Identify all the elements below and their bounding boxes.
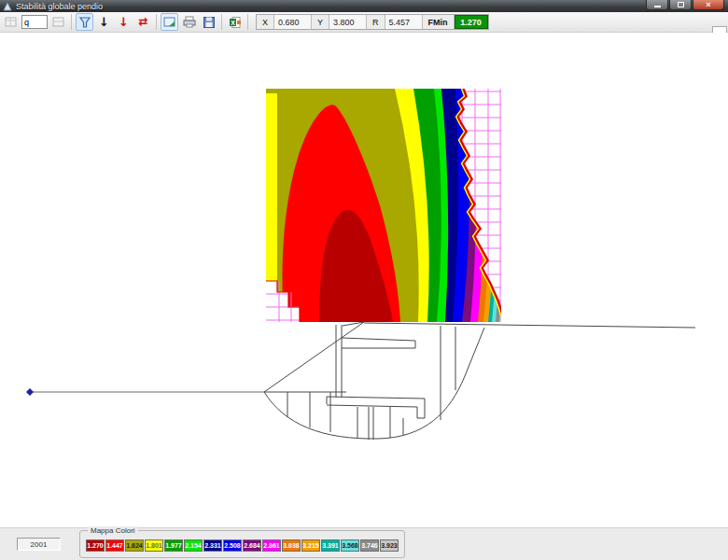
color-map-groupbox: Mappa Colori 1.2701.4471.6241.8011.9772.… [79,530,405,558]
window-controls: × [646,0,724,10]
excel-export-button[interactable]: X [226,13,244,31]
excel-export-icon: X [229,16,242,29]
r-label: R [367,15,385,29]
arrow-down-black-icon: ↓ [99,16,109,28]
legend-swatch[interactable]: 2.331 [203,539,222,552]
title-bar[interactable]: Stabilità globale pendio × [0,0,728,12]
table-button-2[interactable] [49,13,67,31]
legend-swatch[interactable]: 1.447 [105,539,124,552]
drawing-canvas[interactable] [0,33,728,527]
close-icon: × [706,1,710,9]
legend-swatch[interactable]: 3.038 [282,539,301,552]
toolbar: ↓ ↓ ⇄ [0,12,728,33]
legend-swatch[interactable]: 3.215 [301,539,320,552]
table-icon [5,16,17,28]
legend-swatch[interactable]: 1.624 [125,539,144,552]
legend-swatch[interactable]: 1.801 [145,539,163,552]
arrow-down-red-icon: ↓ [119,16,129,28]
swap-horizontal-button[interactable]: ⇄ [134,13,152,31]
table-button[interactable] [2,13,20,31]
arrow-down-black-button[interactable]: ↓ [95,13,113,31]
status-bar: 2001 Mappa Colori 1.2701.4471.6241.8011.… [0,527,728,560]
x-value: 0.680 [274,15,312,29]
y-label: Y [312,15,329,29]
section-lines [264,322,695,440]
toolbar-separator [247,14,248,30]
table-icon-2 [52,16,64,28]
toolbar-separator [221,14,222,30]
maximize-icon [678,2,684,7]
export-image-icon [163,16,176,29]
application-window: Stabilità globale pendio × [0,0,728,560]
minimize-icon [654,6,661,7]
color-map-flask-icon [78,16,91,29]
print-icon [183,16,196,29]
fmin-value: 1.270 [455,15,488,29]
minimize-button[interactable] [646,0,668,10]
export-image-button[interactable] [161,13,178,31]
print-button[interactable] [180,13,198,31]
close-button[interactable]: × [693,0,724,10]
window-title: Stabilità globale pendio [16,2,103,11]
save-button[interactable] [200,13,217,31]
legend-swatch[interactable]: 1.977 [164,539,183,552]
fs-contour-map[interactable] [266,89,501,322]
maximize-button[interactable] [669,0,692,10]
coordinate-readout: X 0.680 Y 3.800 R 5.457 FMin 1.270 [256,14,489,30]
color-map-button[interactable] [76,13,93,31]
color-map-title: Mappa Colori [88,526,138,535]
value-input[interactable] [21,15,48,29]
legend-swatch[interactable]: 3.391 [321,539,340,552]
legend-swatch[interactable]: 3.568 [341,539,359,552]
status-value-field[interactable]: 2001 [17,538,61,551]
legend-swatch[interactable]: 2.684 [243,539,261,552]
legend-row: 1.2701.4471.6241.8011.9772.1542.3312.508… [86,539,399,552]
reference-point-marker [26,388,34,396]
toolbar-separator [156,14,157,30]
swap-horizontal-icon: ⇄ [138,16,147,28]
legend-swatch[interactable]: 2.154 [184,539,203,552]
app-icon [3,2,12,11]
toolbar-separator [71,14,72,30]
legend-swatch[interactable]: 3.746 [360,539,379,552]
svg-text:X: X [231,19,235,25]
legend-swatch[interactable]: 3.923 [380,539,399,552]
r-value: 5.457 [385,15,423,29]
legend-swatch[interactable]: 2.861 [262,539,281,552]
x-label: X [257,15,274,29]
legend-swatch[interactable]: 1.270 [86,539,105,552]
slope-section-drawing [0,313,728,462]
y-value: 3.800 [329,15,367,29]
legend-swatch[interactable]: 2.508 [223,539,242,552]
arrow-down-red-button[interactable]: ↓ [115,13,133,31]
fs-red-spot [287,219,294,227]
fs-yellow-stripe [266,93,277,281]
save-icon [203,16,216,29]
fmin-label: FMin [423,15,455,29]
